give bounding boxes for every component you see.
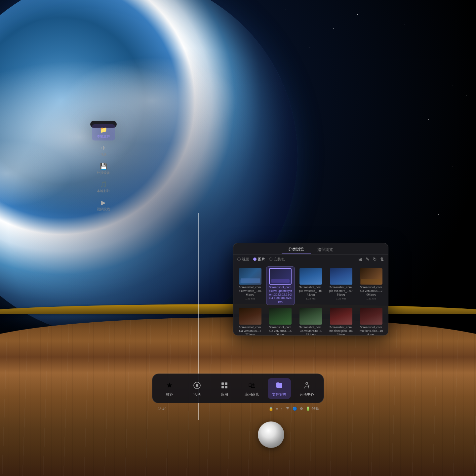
statusbar-time: 23:49 (157, 407, 167, 411)
local-files-icon: 📁 (100, 126, 107, 134)
taskbar: ★ 推荐 活动 应用 🛍 应用商店 (152, 374, 324, 403)
sidebar-item-video[interactable]: ▶ 视频院线 (92, 197, 115, 213)
status-upload-icon: ↑ (281, 407, 283, 411)
apps-label: 应用 (221, 392, 228, 397)
radio-package-dot (269, 258, 272, 261)
filename-8: Screenshot_com.Ca veManStu...175.jpeg (299, 326, 323, 336)
sidebar-label-flight: 飞跃 (100, 153, 107, 157)
appstore-label: 应用商店 (245, 392, 259, 397)
filesize-3: 1.22 MB (306, 297, 316, 300)
svg-rect-5 (221, 386, 224, 388)
thumb-6 (239, 308, 261, 325)
thumb-5 (360, 268, 382, 285)
status-wifi-icon (285, 407, 290, 411)
file-manager-tabs: 分类浏览 路径浏览 (233, 243, 388, 255)
grid-view-button[interactable]: ⊞ (358, 257, 362, 262)
recommend-icon: ★ (164, 380, 175, 391)
filename-3: Screenshot_com.pic ovr.store_...034.jpeg (299, 286, 323, 296)
local-film-icon: 🎵 (100, 181, 107, 188)
external-icon: 💾 (100, 163, 107, 170)
video-icon: ▶ (101, 199, 106, 206)
statusbar: 23:49 🔒 ≡ ↑ 🔵 ⚙ 🔋 46% (152, 406, 324, 412)
filename-9: Screenshot_com.mo tionx.pico...842.jpeg (329, 326, 353, 336)
taskbar-activity[interactable]: 活动 (185, 378, 209, 399)
filesize-1: 1.29 MB (245, 297, 255, 300)
file-item-2[interactable]: Screenshot_com.picovt.updatesystem.2022.… (266, 267, 295, 305)
sidebar-label-local-film: 本地影片 (97, 189, 110, 193)
sidebar-panel: 📁 本地文件 ✈ 飞跃 💾 外接设备 🎵 本地影片 ▶ 视频院线 (90, 121, 117, 128)
filter-package[interactable]: 安装包 (269, 257, 285, 262)
status-bluetooth-icon: 🔵 (293, 407, 297, 411)
sort-button[interactable]: ⇅ (380, 257, 384, 262)
flight-icon: ✈ (101, 144, 106, 152)
controller-ball (258, 421, 284, 448)
filter-group: 视频 图片 安装包 (237, 257, 285, 262)
filename-1: Screenshot_com.picovr.store_...046.jpeg (238, 286, 262, 296)
thumb-10 (360, 308, 382, 325)
file-item-4[interactable]: Screenshot_com.pic ovr.store_...075.jpeg… (327, 267, 355, 305)
svg-point-7 (306, 382, 308, 384)
taskbar-recommend[interactable]: ★ 推荐 (158, 378, 181, 399)
filter-video-label: 视频 (242, 257, 249, 262)
status-settings-icon: ⚙ (300, 407, 303, 411)
file-item-6[interactable]: Screenshot_com.Ca veManStu...777.jpeg 1.… (236, 307, 264, 336)
tab-path[interactable]: 路径浏览 (311, 246, 340, 254)
filename-6: Screenshot_com.Ca veManStu...777.jpeg (238, 326, 262, 336)
svg-point-2 (196, 384, 198, 387)
filter-photo[interactable]: 图片 (253, 257, 265, 262)
action-buttons: ⊞ ✎ ↻ ⇅ (358, 257, 384, 262)
sports-label: 运动中心 (299, 392, 314, 397)
file-item-10[interactable]: Screenshot_com.mo tionx.pico...104.jpeg … (357, 307, 385, 336)
edit-button[interactable]: ✎ (366, 257, 370, 262)
apps-icon (219, 380, 230, 391)
taskbar-apps[interactable]: 应用 (213, 378, 236, 399)
taskbar-files[interactable]: 文件管理 (268, 378, 291, 399)
file-item-5[interactable]: Screenshot_com.Ca veManStu...206.jpeg 1.… (357, 267, 385, 305)
thumb-7 (269, 308, 292, 325)
files-label: 文件管理 (272, 392, 287, 397)
filter-video[interactable]: 视频 (237, 257, 249, 262)
filter-photo-label: 图片 (258, 257, 265, 262)
filter-package-label: 安装包 (274, 257, 285, 262)
thumb-8 (299, 308, 322, 325)
activity-icon (192, 380, 202, 391)
filesize-4: 1.23 MB (336, 297, 346, 300)
taskbar-appstore[interactable]: 🛍 应用商店 (240, 378, 263, 399)
taskbar-sports[interactable]: 运动中心 (295, 378, 318, 399)
thumb-2 (269, 268, 292, 285)
thumb-3 (299, 268, 322, 285)
sidebar-item-local[interactable]: 📁 本地文件 (92, 124, 115, 140)
status-lock-icon: 🔒 (269, 407, 273, 411)
activity-label: 活动 (193, 392, 201, 397)
file-item-3[interactable]: Screenshot_com.pic ovr.store_...034.jpeg… (297, 267, 325, 305)
thumb-4 (330, 268, 352, 285)
filename-7: Screenshot_com.Ca veManStu...500.jpeg (268, 326, 292, 336)
sidebar-item-flight[interactable]: ✈ 飞跃 (92, 142, 115, 159)
files-icon (274, 380, 285, 391)
thumb-1 (239, 268, 261, 285)
file-item-9[interactable]: Screenshot_com.mo tionx.pico...842.jpeg … (327, 307, 355, 336)
radio-photo-dot (253, 258, 257, 261)
filename-2: Screenshot_com.picovt.updatesystem.2022.… (268, 286, 292, 303)
sidebar-label-external: 外接设备 (97, 171, 110, 175)
filesize-5: 1.31 MB (366, 297, 376, 300)
file-item-1[interactable]: Screenshot_com.picovr.store_...046.jpeg … (236, 267, 264, 305)
tab-category[interactable]: 分类浏览 (282, 245, 311, 254)
statusbar-icons: 🔒 ≡ ↑ 🔵 ⚙ 🔋 46% (269, 407, 319, 411)
sports-icon (301, 380, 312, 391)
svg-rect-3 (221, 382, 224, 385)
svg-rect-4 (225, 382, 227, 385)
appstore-icon: 🛍 (247, 380, 257, 391)
radio-video-dot (237, 258, 241, 261)
file-item-8[interactable]: Screenshot_com.Ca veManStu...175.jpeg 1.… (297, 307, 325, 336)
sidebar-item-local-film[interactable]: 🎵 本地影片 (92, 179, 115, 195)
file-item-7[interactable]: Screenshot_com.Ca veManStu...500.jpeg 1.… (266, 307, 295, 336)
filename-4: Screenshot_com.pic ovr.store_...075.jpeg (329, 286, 353, 296)
statusbar-battery: 🔋 46% (306, 407, 319, 411)
filename-5: Screenshot_com.Ca veManStu...206.jpeg (359, 286, 383, 296)
status-menu-icon: ≡ (276, 407, 278, 411)
sidebar-item-external[interactable]: 💾 外接设备 (92, 161, 115, 177)
sidebar-label-local: 本地文件 (97, 135, 110, 139)
svg-rect-6 (225, 386, 227, 388)
refresh-button[interactable]: ↻ (373, 257, 377, 262)
